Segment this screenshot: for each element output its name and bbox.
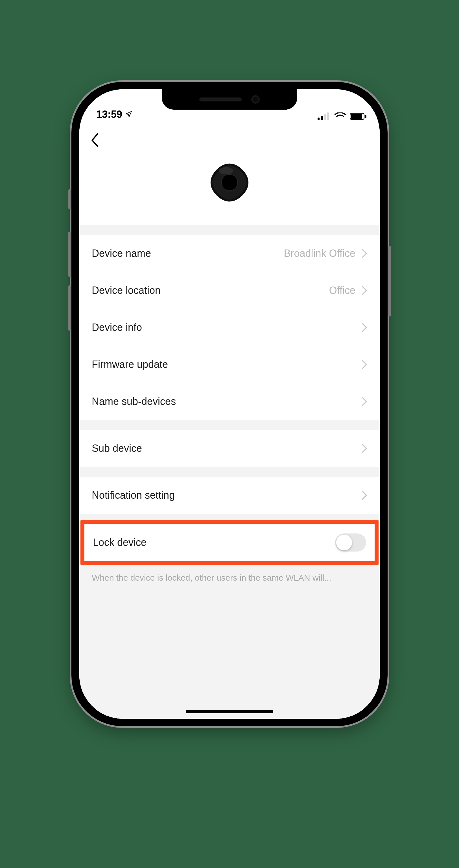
row-firmware-update[interactable]: Firmware update (79, 346, 380, 383)
row-name-sub-devices[interactable]: Name sub-devices (79, 383, 380, 420)
settings-group-sub-device: Sub device (79, 430, 380, 467)
battery-icon (350, 113, 367, 120)
row-label: Name sub-devices (92, 396, 176, 407)
location-arrow-icon (125, 108, 132, 120)
svg-rect-3 (327, 113, 329, 120)
row-label: Firmware update (92, 359, 168, 370)
svg-rect-0 (318, 118, 320, 120)
lock-device-footer-text: When the device is locked, other users i… (79, 565, 380, 583)
screen: 13:59 (79, 89, 380, 719)
svg-point-9 (219, 167, 233, 175)
svg-rect-6 (365, 115, 366, 118)
chevron-right-icon (362, 491, 367, 500)
status-time: 13:59 (96, 108, 122, 120)
front-camera (251, 95, 260, 104)
settings-group-main: Device name Broadlink Office Device loca… (79, 235, 380, 420)
row-label: Device name (92, 248, 151, 259)
chevron-right-icon (362, 444, 367, 453)
back-button[interactable] (91, 132, 107, 149)
earpiece-speaker (199, 97, 242, 101)
phone-frame: 13:59 (71, 82, 388, 726)
lock-device-highlight: Lock device (80, 520, 379, 565)
home-indicator[interactable] (186, 710, 273, 713)
row-value: Office (329, 284, 355, 297)
wifi-icon (334, 113, 346, 120)
phone-notch (162, 89, 297, 110)
chevron-right-icon (362, 249, 367, 258)
chevron-right-icon (362, 323, 367, 332)
row-label: Notification setting (92, 489, 175, 501)
row-sub-device[interactable]: Sub device (79, 430, 380, 467)
device-image (207, 160, 252, 205)
settings-group-notification: Notification setting (79, 477, 380, 514)
row-label: Device location (92, 284, 161, 297)
row-device-name[interactable]: Device name Broadlink Office (79, 235, 380, 272)
svg-rect-1 (321, 116, 323, 120)
svg-rect-5 (351, 114, 362, 119)
row-label: Sub device (92, 442, 142, 454)
volume-up-button (68, 232, 71, 277)
row-label: Lock device (93, 536, 146, 549)
row-notification-setting[interactable]: Notification setting (79, 477, 380, 514)
cellular-signal-icon (318, 113, 331, 120)
lock-device-toggle[interactable] (335, 533, 366, 552)
chevron-right-icon (362, 286, 367, 295)
row-device-location[interactable]: Device location Office (79, 272, 380, 309)
row-lock-device[interactable]: Lock device (85, 524, 374, 561)
page-header (79, 123, 380, 225)
row-device-info[interactable]: Device info (79, 309, 380, 346)
mute-switch (68, 189, 71, 209)
chevron-right-icon (362, 360, 367, 369)
power-button (388, 246, 391, 316)
chevron-right-icon (362, 397, 367, 406)
volume-down-button (68, 285, 71, 331)
row-value: Broadlink Office (284, 248, 355, 259)
toggle-knob (336, 535, 352, 550)
svg-rect-2 (324, 114, 326, 120)
row-label: Device info (92, 321, 142, 333)
